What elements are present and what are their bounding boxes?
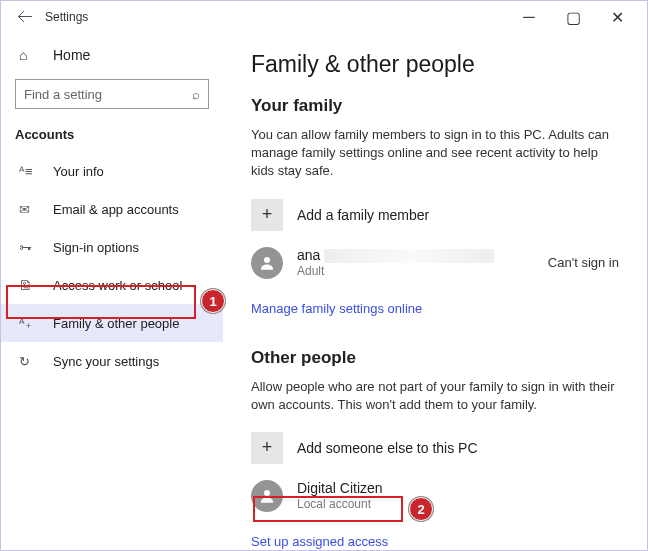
family-icon: ᴬ₊: [19, 316, 39, 331]
titlebar: 🡠 Settings ─ ▢ ✕: [1, 1, 647, 33]
sidebar-item-your-info[interactable]: ᴬ≡ Your info: [1, 152, 223, 190]
nav-home-label: Home: [53, 47, 90, 63]
svg-point-1: [264, 490, 270, 496]
search-input[interactable]: Find a setting ⌕: [15, 79, 209, 109]
annotation-badge-1: 1: [201, 289, 225, 313]
other-user-row[interactable]: Digital Citizen Local account: [251, 476, 619, 516]
window-title: Settings: [45, 10, 88, 24]
minimize-button[interactable]: ─: [507, 2, 551, 32]
main-content: Family & other people Your family You ca…: [223, 33, 647, 550]
sidebar-section: Accounts: [1, 121, 223, 152]
search-icon: ⌕: [192, 87, 200, 102]
plus-icon: +: [251, 199, 283, 231]
family-heading: Your family: [251, 96, 619, 116]
add-family-member[interactable]: + Add a family member: [251, 195, 619, 235]
member-status: Can't sign in: [548, 255, 619, 270]
search-placeholder: Find a setting: [24, 87, 102, 102]
person-icon: ᴬ≡: [19, 164, 39, 179]
sidebar-item-work[interactable]: 🖻 Access work or school: [1, 266, 223, 304]
plus-icon: +: [251, 432, 283, 464]
family-member-row[interactable]: ana Adult Can't sign in: [251, 243, 619, 283]
briefcase-icon: 🖻: [19, 278, 39, 293]
close-button[interactable]: ✕: [595, 2, 639, 32]
add-other-user[interactable]: + Add someone else to this PC: [251, 428, 619, 468]
sidebar-item-email[interactable]: ✉ Email & app accounts: [1, 190, 223, 228]
other-description: Allow people who are not part of your fa…: [251, 378, 619, 414]
nav-home[interactable]: ⌂ Home: [1, 37, 223, 73]
annotation-badge-2: 2: [409, 497, 433, 521]
key-icon: 🗝: [19, 240, 39, 255]
assigned-access-link[interactable]: Set up assigned access: [251, 534, 388, 549]
family-description: You can allow family members to sign in …: [251, 126, 619, 181]
sync-icon: ↻: [19, 354, 39, 369]
sidebar-item-sync[interactable]: ↻ Sync your settings: [1, 342, 223, 380]
redacted-text: [324, 249, 494, 263]
maximize-button[interactable]: ▢: [551, 2, 595, 32]
avatar-icon: [251, 247, 283, 279]
other-heading: Other people: [251, 348, 619, 368]
page-title: Family & other people: [251, 51, 619, 78]
svg-point-0: [264, 257, 270, 263]
sidebar-item-signin[interactable]: 🗝 Sign-in options: [1, 228, 223, 266]
mail-icon: ✉: [19, 202, 39, 217]
home-icon: ⌂: [19, 47, 39, 63]
sidebar-item-family[interactable]: ᴬ₊ Family & other people: [1, 304, 223, 342]
sidebar: ⌂ Home Find a setting ⌕ Accounts ᴬ≡ Your…: [1, 33, 223, 550]
back-button[interactable]: 🡠: [9, 8, 41, 26]
manage-family-link[interactable]: Manage family settings online: [251, 301, 422, 316]
avatar-icon: [251, 480, 283, 512]
